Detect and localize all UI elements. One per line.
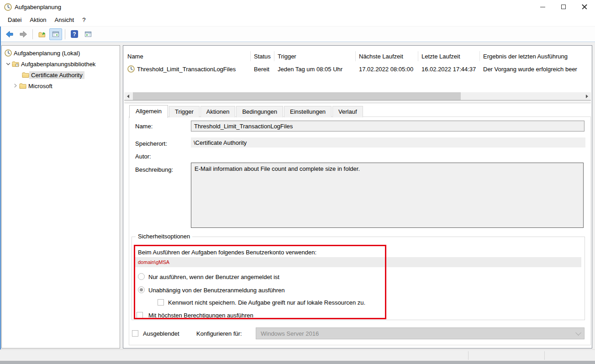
checkbox-highest-privileges-label: Mit höchsten Berechtigungen ausführen (148, 312, 253, 319)
chevron-down-icon (575, 330, 581, 336)
column-header-last-result[interactable]: Ergebnis der letzten Ausführung (480, 51, 591, 61)
console-tree-panel: Aufgabenplanung (Lokal) Aufgabenplanungs… (1, 45, 120, 348)
window-bottom-border (0, 361, 595, 364)
show-action-pane-button[interactable] (82, 28, 95, 40)
column-header-trigger[interactable]: Trigger (274, 51, 356, 61)
tree-item-microsoft[interactable]: Microsoft (2, 80, 120, 91)
menu-aktion[interactable]: Aktion (26, 15, 50, 25)
column-header-next-run[interactable]: Nächste Laufzeit (356, 51, 418, 61)
description-text: E-Mail information about File count and … (195, 165, 360, 172)
folder-clock-icon (12, 60, 19, 68)
chevron-right-icon (12, 82, 19, 90)
tree-microsoft-label: Microsoft (26, 82, 54, 90)
tree-item-root[interactable]: Aufgabenplanung (Lokal) (2, 47, 120, 58)
close-button[interactable] (574, 0, 595, 14)
tree-item-library[interactable]: Aufgabenplanungsbibliothek (2, 58, 120, 69)
author-label: Autor: (135, 153, 151, 160)
tree-item-certificate-authority[interactable]: Certificate Authority (2, 69, 120, 80)
location-value: \Certificate Authority (191, 137, 585, 148)
close-icon (582, 4, 587, 10)
tab-allgemein[interactable]: Allgemein (129, 105, 168, 118)
help-button[interactable]: ? (68, 28, 81, 40)
tab-trigger[interactable]: Trigger (169, 106, 200, 117)
task-scheduler-window: Aufgabenplanung Datei Aktion Ansicht ? ?… (0, 0, 595, 364)
task-name-input[interactable]: Threshold_Limit_TransactionLogFiles (191, 121, 584, 132)
table-row[interactable]: Threshold_Limit_TransactionLogFiles Bere… (124, 63, 591, 75)
back-button[interactable] (3, 28, 16, 40)
app-clock-icon (4, 3, 12, 11)
folder-icon (22, 71, 29, 79)
scrollbar-thumb[interactable] (133, 92, 461, 100)
tab-strip: AllgemeinTriggerAktionenBedingungenEinst… (124, 103, 591, 116)
scroll-left-button[interactable] (124, 92, 132, 100)
tree-selected-label: Certificate Authority (29, 71, 84, 79)
checkbox-no-password-label: Kennwort nicht speichern. Die Aufgabe gr… (168, 299, 365, 306)
tab-einstellungen[interactable]: Einstellungen (284, 106, 332, 117)
column-header-status[interactable]: Status (251, 51, 274, 61)
chevron-down-icon (5, 60, 12, 68)
maximize-icon (561, 5, 566, 9)
horizontal-scrollbar[interactable] (124, 92, 591, 100)
checkbox-hidden-label: Ausgeblendet (143, 330, 179, 337)
account-field: domain\gMSA (135, 257, 581, 267)
radio-run-independent-label: Unabhängig von der Benutzeranmeldung aus… (148, 287, 285, 294)
radio-run-only-logged-on[interactable] (138, 273, 145, 280)
description-textarea[interactable]: E-Mail information about File count and … (191, 163, 584, 228)
status-bar (0, 349, 595, 361)
menu-ansicht[interactable]: Ansicht (51, 15, 79, 25)
export-list-button[interactable] (36, 28, 48, 40)
task-next-run: 17.02.2022 08:05:00 (356, 66, 418, 73)
security-options-legend: Sicherheitsoptionen (136, 233, 192, 240)
account-prompt: Beim Ausführen der Aufgaben folgendes Be… (138, 249, 316, 256)
tree-root-label: Aufgabenplanung (Lokal) (12, 49, 82, 57)
checkbox-no-password[interactable] (158, 299, 164, 306)
tab-aktionen[interactable]: Aktionen (200, 106, 236, 117)
account-value: domain\gMSA (138, 259, 169, 265)
show-console-tree-button[interactable] (49, 28, 62, 40)
description-label: Beschreibung: (135, 166, 173, 173)
configure-for-dropdown[interactable]: Windows Server 2016 (256, 327, 584, 339)
forward-icon (19, 30, 27, 38)
radio-run-independent[interactable] (138, 286, 145, 293)
expander-expanded[interactable] (5, 60, 12, 68)
help-glyph: ? (73, 32, 76, 37)
task-status: Bereit (251, 66, 274, 73)
menu-help[interactable]: ? (78, 15, 90, 25)
minimize-button[interactable] (532, 0, 553, 14)
task-list: Name Status Trigger Nächste Laufzeit Let… (124, 47, 591, 100)
folder-icon (19, 82, 26, 90)
configure-for-label: Konfigurieren für: (196, 330, 242, 337)
task-trigger: Jeden Tag um 08:05 Uhr (274, 66, 356, 73)
forward-button[interactable] (17, 28, 30, 40)
location-text: \Certificate Authority (194, 139, 247, 146)
scroll-left-icon (127, 95, 129, 98)
title-bar: Aufgabenplanung (0, 0, 595, 14)
maximize-button[interactable] (553, 0, 574, 14)
status-bar-divider (544, 351, 545, 360)
task-name-value: Threshold_Limit_TransactionLogFiles (194, 123, 293, 130)
scroll-right-icon (586, 95, 588, 98)
console-tree-icon (52, 31, 59, 38)
configure-for-value: Windows Server 2016 (261, 330, 319, 337)
name-label: Name: (135, 123, 153, 130)
tab-verlauf[interactable]: Verlauf (332, 106, 363, 117)
expander-collapsed[interactable] (12, 82, 19, 90)
column-header-name[interactable]: Name (124, 51, 251, 61)
task-name: Threshold_Limit_TransactionLogFiles (137, 66, 236, 73)
radio-run-only-logged-on-label: Nur ausführen, wenn der Benutzer angemel… (148, 274, 279, 280)
checkbox-highest-privileges[interactable] (137, 312, 143, 318)
tree-library-label: Aufgabenplanungsbibliothek (19, 60, 97, 68)
window-left-border (0, 26, 1, 361)
status-bar-divider (468, 351, 469, 360)
checkbox-hidden[interactable] (132, 330, 138, 337)
minimize-icon (540, 7, 545, 7)
column-header-last-run[interactable]: Letzte Laufzeit (418, 51, 480, 61)
tab-page-allgemein: Name: Threshold_Limit_TransactionLogFile… (129, 116, 591, 345)
task-clock-icon (127, 65, 135, 73)
help-icon: ? (71, 30, 78, 38)
tab-bedingungen[interactable]: Bedingungen (236, 106, 283, 117)
task-last-run: 16.02.2022 17:44:37 (418, 66, 480, 73)
scrollbar-track[interactable] (132, 92, 583, 100)
scroll-right-button[interactable] (583, 92, 591, 100)
menu-datei[interactable]: Datei (4, 15, 26, 25)
